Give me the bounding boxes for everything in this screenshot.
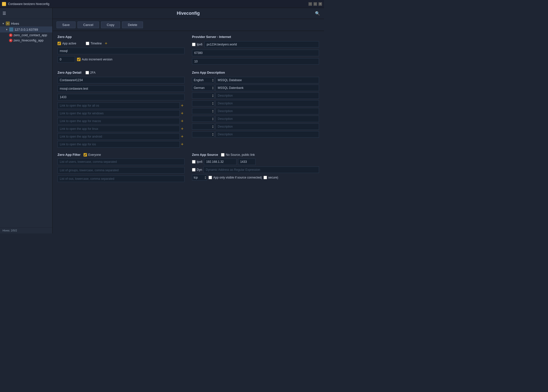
secure-checkbox[interactable] — [264, 176, 267, 179]
link-allOS-input[interactable] — [58, 102, 180, 109]
source-ipv6-checkbox[interactable] — [192, 160, 196, 164]
source-dyn-label[interactable]: Dyn — [192, 168, 202, 172]
provider-port-group — [192, 50, 319, 56]
everyone-label[interactable]: Everyone — [84, 153, 101, 157]
desc-text-input-1[interactable] — [216, 85, 319, 91]
app-active-label[interactable]: App active — [58, 42, 76, 45]
titlebar: Cordaware bestzero hiveconfig ─ □ ✕ — [0, 0, 324, 8]
toolbar: Save Cancel Copy Delete — [52, 19, 324, 31]
source-port-input[interactable] — [238, 159, 256, 165]
filter-ous-input[interactable] — [58, 176, 184, 182]
twofa-checkbox[interactable] — [86, 71, 89, 74]
app-header: Hiveconfig 🔍 — [52, 8, 324, 19]
sidebar-item-app-0[interactable]: ✕ zero_coid_contact_app — [0, 32, 52, 38]
secure-label[interactable]: secure) — [264, 176, 278, 179]
no-source-checkbox[interactable] — [221, 153, 224, 157]
provider-hostname-input[interactable] — [204, 41, 319, 48]
source-ip-input[interactable] — [204, 159, 236, 165]
desc-lang-select-wrap-5: ▲▼ — [192, 116, 214, 122]
titlebar-title: Cordaware bestzero hiveconfig — [8, 2, 308, 6]
desc-lang-select-wrap-4: ▲▼ — [192, 108, 214, 114]
timeline-label[interactable]: Timeline — [86, 42, 102, 45]
desc-text-input-6[interactable] — [216, 123, 319, 130]
link-windows-input[interactable] — [58, 110, 180, 117]
link-android-input[interactable] — [58, 133, 180, 140]
desc-row-5: ▲▼ — [192, 116, 319, 122]
no-source-label[interactable]: No Source, public link — [221, 153, 255, 157]
link-allOS-add-button[interactable]: + — [180, 103, 184, 108]
desc-lang-select-wrap-0: English German ▲▼ — [192, 77, 214, 83]
desc-text-input-2[interactable] — [216, 92, 319, 99]
desc-text-input-0[interactable] — [216, 77, 319, 83]
link-windows-add-button[interactable]: + — [180, 111, 184, 116]
hives-status: Hives: 2/0/2 — [2, 229, 17, 232]
detail-name-group — [58, 77, 184, 83]
desc-lang-select-2[interactable] — [192, 93, 214, 99]
search-button[interactable]: 🔍 — [315, 11, 320, 16]
auto-increment-checkbox[interactable] — [77, 58, 80, 61]
desc-row-1: German English ▲▼ — [192, 85, 319, 91]
auto-increment-label[interactable]: Auto increment version — [77, 58, 112, 61]
link-android-add-button[interactable]: + — [180, 134, 184, 139]
link-linux-add-button[interactable]: + — [180, 127, 184, 131]
provider-server-section: Provider Server - Internet Ipv6 — [192, 35, 319, 67]
version-input[interactable] — [58, 56, 75, 63]
timeline-checkbox[interactable] — [86, 42, 89, 45]
hamburger-icon[interactable]: ☰ — [2, 11, 6, 16]
close-button[interactable]: ✕ — [318, 2, 322, 6]
source-dyn-input[interactable] — [204, 167, 319, 173]
copy-button[interactable]: Copy — [101, 21, 120, 28]
detail-port-input[interactable] — [58, 94, 184, 100]
error-icon-0: ✕ — [9, 33, 12, 37]
minimize-button[interactable]: ─ — [308, 2, 312, 6]
sidebar-item-app-1[interactable]: ✕ zero_hiveconfig_app — [0, 38, 52, 43]
desc-text-input-5[interactable] — [216, 116, 319, 122]
everyone-checkbox[interactable] — [84, 153, 87, 157]
provider-port-input[interactable] — [192, 50, 319, 56]
desc-row-4: ▲▼ — [192, 108, 319, 114]
source-ipv6-label[interactable]: Ipv6 — [192, 160, 202, 164]
provider-extra-input[interactable] — [192, 58, 319, 65]
provider-ipv6-checkbox[interactable] — [192, 43, 196, 46]
restore-button[interactable]: □ — [314, 2, 317, 6]
provider-ipv6-label[interactable]: Ipv6 — [192, 43, 202, 46]
link-macos-add-button[interactable]: + — [180, 119, 184, 123]
app-active-checkbox[interactable] — [58, 42, 61, 45]
source-dyn-row: Dyn — [192, 167, 319, 173]
cancel-button[interactable]: Cancel — [78, 21, 99, 28]
link-macos-input[interactable] — [58, 118, 180, 124]
link-row-3: + — [58, 126, 184, 132]
desc-lang-select-4[interactable] — [192, 108, 214, 114]
link-linux-input[interactable] — [58, 126, 180, 132]
save-button[interactable]: Save — [56, 21, 76, 28]
filter-users-input[interactable] — [58, 159, 184, 165]
sidebar-item-hives[interactable]: ▼ H Hives — [0, 20, 52, 26]
source-dyn-checkbox[interactable] — [192, 168, 196, 172]
desc-lang-select-0[interactable]: English German — [192, 77, 214, 83]
app-name-input[interactable] — [58, 48, 184, 54]
timeline-add-button[interactable]: + — [104, 41, 108, 46]
delete-button[interactable]: Delete — [122, 21, 143, 28]
app-0-label: zero_coid_contact_app — [14, 33, 47, 37]
filter-groups-input[interactable] — [58, 167, 184, 174]
tcp-select[interactable]: tcp udp — [192, 175, 207, 181]
desc-lang-select-5[interactable] — [192, 116, 214, 122]
desc-lang-select-6[interactable] — [192, 124, 214, 130]
link-ios-input[interactable] — [58, 141, 180, 148]
link-ios-add-button[interactable]: + — [180, 142, 184, 147]
twofa-label[interactable]: 2FA — [86, 71, 96, 74]
desc-lang-select-7[interactable] — [192, 131, 214, 137]
detail-name-input[interactable] — [58, 77, 184, 83]
desc-text-input-3[interactable] — [216, 100, 319, 107]
desc-lang-select-3[interactable] — [192, 100, 214, 106]
desc-text-input-7[interactable] — [216, 131, 319, 138]
detail-host-input[interactable] — [58, 85, 184, 92]
app-visible-label[interactable]: App only visible if source connected( — [208, 176, 262, 179]
desc-lang-select-1[interactable]: German English — [192, 85, 214, 91]
desc-text-input-4[interactable] — [216, 108, 319, 114]
app-visible-checkbox[interactable] — [208, 176, 212, 179]
app-icon — [2, 2, 6, 6]
hives-label: Hives — [11, 22, 19, 25]
sidebar-item-server[interactable]: ▼ 127.0.0.1:63789 — [0, 26, 52, 32]
desc-lang-select-wrap-7: ▲▼ — [192, 131, 214, 137]
